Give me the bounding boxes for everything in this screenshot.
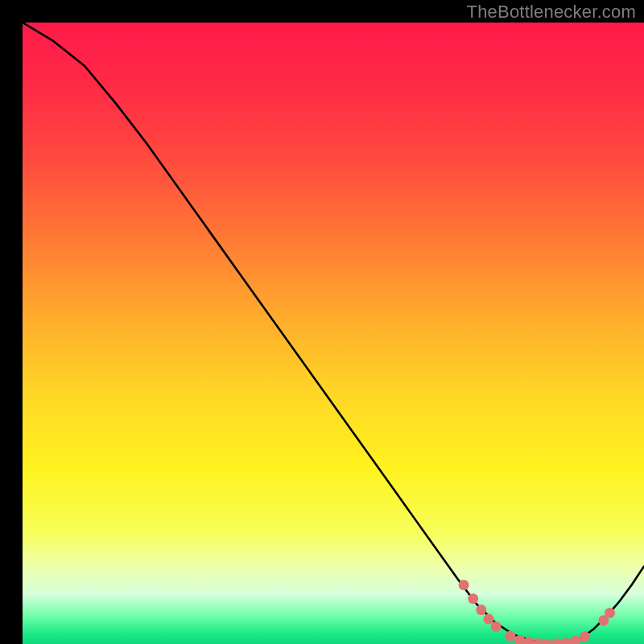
- marker-dot: [468, 593, 478, 604]
- marker-dot: [491, 621, 502, 632]
- marker-dot: [459, 580, 469, 590]
- marker-dot: [580, 631, 590, 642]
- chart-svg: [23, 23, 644, 644]
- chart-frame: [11, 11, 633, 633]
- marker-dot: [484, 614, 494, 625]
- watermark-text: TheBottlenecker.com: [467, 2, 636, 23]
- marker-dot: [605, 608, 615, 618]
- marker-dot: [476, 605, 486, 615]
- marker-dot: [506, 630, 516, 641]
- gradient-bg: [23, 23, 644, 644]
